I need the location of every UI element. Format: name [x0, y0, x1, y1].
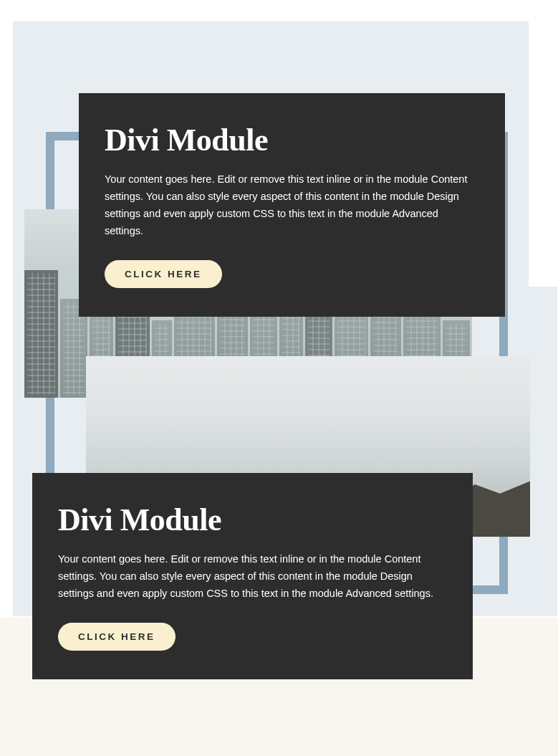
- card-title: Divi Module: [58, 502, 447, 538]
- card-body-text: Your content goes here. Edit or remove t…: [58, 551, 447, 603]
- card-body-text: Your content goes here. Edit or remove t…: [105, 171, 479, 240]
- cta-card-top: Divi Module Your content goes here. Edit…: [79, 93, 505, 317]
- cta-card-bottom: Divi Module Your content goes here. Edit…: [32, 473, 473, 679]
- card-title: Divi Module: [105, 122, 479, 158]
- click-here-button[interactable]: CLICK HERE: [58, 623, 175, 651]
- click-here-button[interactable]: CLICK HERE: [105, 260, 222, 288]
